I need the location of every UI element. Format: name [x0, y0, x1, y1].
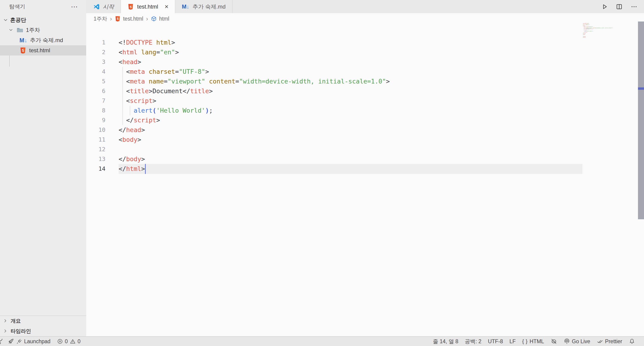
- line-number[interactable]: 7: [86, 96, 106, 106]
- tab-test-html[interactable]: 5 test.html ×: [121, 0, 175, 13]
- workspace-row[interactable]: 혼공단: [0, 15, 86, 25]
- line-number[interactable]: 10: [86, 125, 106, 135]
- code-token: meta: [130, 78, 145, 85]
- run-icon[interactable]: [600, 3, 608, 11]
- code-token: "width=device-width, initial-scale=1.0": [239, 78, 386, 85]
- line-number[interactable]: 14: [86, 164, 106, 174]
- html5-icon: 5: [128, 3, 134, 10]
- file-name: test.html: [29, 47, 50, 54]
- code-token: </: [118, 117, 134, 124]
- code-token: content: [205, 78, 235, 85]
- encoding-indicator[interactable]: UTF-8: [484, 337, 506, 346]
- editor-scrollbar[interactable]: [638, 21, 644, 219]
- code-token: Document: [152, 87, 182, 95]
- code-token: >: [586, 33, 586, 33]
- svg-text:5: 5: [22, 48, 24, 52]
- tab-strip: 시작 5 test.html × M↓ 추가 숙제.md: [86, 0, 644, 13]
- more-actions-icon[interactable]: [630, 3, 638, 11]
- line-number[interactable]: 8: [86, 106, 106, 115]
- line-number[interactable]: 13: [86, 154, 106, 164]
- outline-section[interactable]: 개요: [0, 316, 86, 326]
- code-token: content: [592, 27, 596, 28]
- branch-clipped-icon[interactable]: [0, 337, 5, 346]
- code-token: html: [126, 165, 141, 172]
- line-number[interactable]: 2: [86, 47, 106, 57]
- line-number[interactable]: 1: [86, 38, 106, 47]
- code-line[interactable]: <script>: [118, 96, 390, 106]
- code-token: body: [584, 36, 586, 37]
- sidebar-header: 탐색기 ⋯: [0, 0, 86, 13]
- code-token: body: [122, 136, 137, 143]
- line-number[interactable]: 4: [86, 67, 106, 77]
- code-token: >: [586, 30, 587, 30]
- line-number[interactable]: 5: [86, 77, 106, 86]
- text-cursor: [145, 164, 146, 174]
- tab-label: 시작: [103, 3, 114, 10]
- minimap[interactable]: <!DOCTYPE html><html lang="en"><head> <m…: [583, 23, 638, 51]
- code-line[interactable]: <title>Document</title>: [118, 86, 390, 96]
- code-token: >: [586, 36, 586, 37]
- line-number[interactable]: 11: [86, 135, 106, 145]
- code-line[interactable]: <meta name="viewport" content="width=dev…: [118, 77, 390, 86]
- timeline-section[interactable]: 타임라인: [0, 326, 86, 336]
- tab-close-icon[interactable]: ×: [165, 3, 168, 10]
- code-line[interactable]: <html lang="en">: [118, 47, 390, 57]
- code-line[interactable]: </script>: [118, 115, 390, 125]
- code-token: ;: [593, 31, 593, 31]
- line-number[interactable]: 6: [86, 86, 106, 96]
- code-token: lang: [137, 49, 156, 56]
- code-line[interactable]: </body>: [118, 154, 390, 164]
- breadcrumb-file[interactable]: 5 test.html: [115, 16, 143, 22]
- code-line[interactable]: [118, 145, 390, 154]
- line-number-gutter[interactable]: 1234567891011121314: [86, 38, 106, 174]
- indentation-indicator[interactable]: 공백: 2: [462, 337, 485, 346]
- code-token: head: [126, 126, 141, 134]
- folder-icon: [16, 26, 24, 34]
- code-line[interactable]: <!DOCTYPE html>: [118, 38, 390, 47]
- editor-actions: [594, 0, 644, 13]
- code-line[interactable]: <body>: [118, 135, 390, 145]
- file-row-html[interactable]: 5 test.html: [0, 45, 86, 55]
- code-token: <: [118, 87, 130, 95]
- code-line[interactable]: <head>: [118, 57, 390, 67]
- folder-row[interactable]: 1주차: [0, 25, 86, 35]
- code-token: </: [583, 32, 584, 33]
- code-line[interactable]: alert('Hello World');: [118, 106, 390, 115]
- tab-welcome[interactable]: 시작: [86, 0, 121, 13]
- launchpad-button[interactable]: Launchpad: [5, 337, 54, 346]
- code-token: alert: [134, 107, 152, 114]
- line-number[interactable]: 12: [86, 145, 106, 154]
- language-indicator[interactable]: { } HTML: [519, 337, 547, 346]
- copilot-disabled-icon[interactable]: [548, 337, 560, 346]
- notifications-bell-icon[interactable]: [626, 337, 638, 346]
- code-token: alert: [584, 31, 586, 31]
- code-token: html: [584, 37, 586, 38]
- code-token: "width=device-width, initial-scale=1.0": [596, 27, 612, 28]
- code-token: DOCTYPE: [126, 39, 153, 46]
- code-token: title: [190, 87, 209, 95]
- code-token: >: [175, 49, 179, 56]
- code-token: meta: [584, 27, 586, 28]
- code-line[interactable]: </html>: [118, 164, 390, 174]
- code-editor[interactable]: 1234567891011121314 <!DOCTYPE html><html…: [86, 37, 644, 336]
- prettier-button[interactable]: Prettier: [594, 337, 626, 346]
- problems-button[interactable]: 0 0: [54, 337, 84, 346]
- code-line[interactable]: <meta charset="UTF-8">: [118, 67, 390, 77]
- line-col-indicator[interactable]: 줄 14, 열 8: [430, 337, 462, 346]
- explorer-more-actions-icon[interactable]: ⋯: [71, 0, 78, 13]
- breadcrumb-folder[interactable]: 1주차: [94, 15, 107, 22]
- tab-extra-homework[interactable]: M↓ 추가 숙제.md: [175, 0, 232, 13]
- file-name: 추가 숙제.md: [30, 36, 63, 44]
- code-line[interactable]: </head>: [118, 125, 390, 135]
- go-live-button[interactable]: Go Live: [560, 337, 594, 346]
- breadcrumb-symbol[interactable]: html: [151, 16, 169, 22]
- eol-indicator[interactable]: LF: [506, 337, 519, 346]
- code-token: <: [118, 78, 130, 85]
- explorer-sidebar: 혼공단 1주차 M↓ 추가 숙제.md 5 test.html 개요 타임라인: [0, 13, 86, 336]
- status-right: 줄 14, 열 8 공백: 2 UTF-8 LF { } HTML Go Liv…: [430, 337, 638, 346]
- line-number[interactable]: 9: [86, 115, 106, 125]
- line-number[interactable]: 3: [86, 57, 106, 67]
- code-token: </: [182, 87, 190, 95]
- split-editor-icon[interactable]: [615, 3, 623, 11]
- file-row-markdown[interactable]: M↓ 추가 숙제.md: [0, 35, 86, 45]
